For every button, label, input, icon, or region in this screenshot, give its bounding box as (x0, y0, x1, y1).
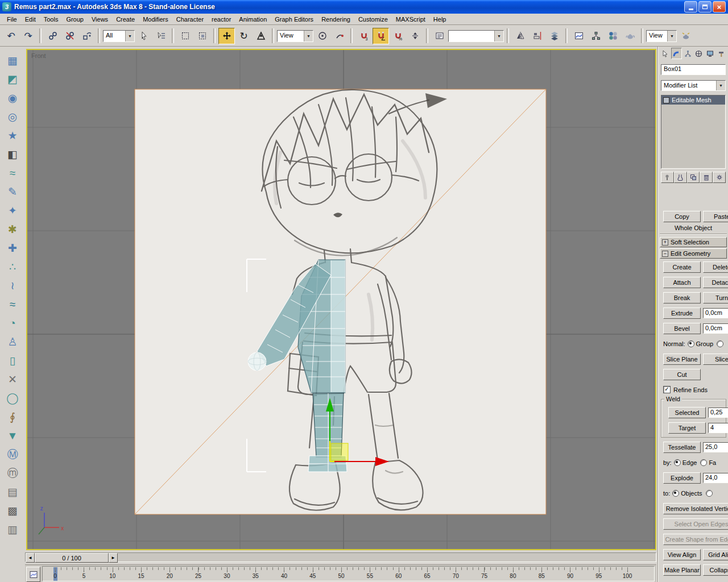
render-setup-button[interactable] (622, 28, 638, 44)
slice-button[interactable]: Slice (703, 354, 728, 365)
pin-stack-button[interactable] (661, 172, 674, 183)
minimize-button[interactable] (684, 1, 697, 13)
next-frame-button[interactable]: ► (109, 553, 118, 563)
chevron-down-icon[interactable]: ▼ (125, 31, 134, 41)
springs-icon[interactable]: ≈ (3, 165, 22, 181)
select-and-link-button[interactable] (44, 28, 61, 44)
cut-button[interactable]: Cut (663, 369, 701, 380)
snap-toggle-button[interactable]: 3 (355, 28, 372, 44)
menu-item[interactable]: Help (429, 15, 450, 24)
paste-named-selection-button[interactable]: Paste (703, 211, 728, 222)
align-button[interactable] (529, 28, 545, 44)
curve-editor-button[interactable] (570, 28, 587, 44)
quick-render-button[interactable] (677, 28, 694, 44)
time-slider-track[interactable] (25, 552, 656, 562)
barrel-icon[interactable]: ▯ (3, 352, 22, 369)
chevron-down-icon[interactable]: ▼ (304, 31, 313, 41)
panel-icon[interactable]: ▥ (3, 521, 22, 538)
viewport-front[interactable]: z x Front (26, 49, 656, 550)
tab-create[interactable] (660, 48, 671, 59)
remove-isolated-vertices-button[interactable]: Remove Isolated Vertices (663, 503, 728, 514)
unlink-selection-button[interactable] (61, 28, 78, 44)
cabinet-icon[interactable]: ▦ (3, 52, 22, 69)
menu-item[interactable]: Views (88, 15, 112, 24)
checker-icon[interactable]: ▩ (3, 502, 22, 519)
menu-item[interactable]: Rendering (317, 15, 354, 24)
spray-icon[interactable]: ∴ (3, 259, 22, 275)
metaball-gray-icon[interactable]: ⓜ (3, 465, 22, 481)
spark-icon[interactable]: ✦ (3, 202, 22, 219)
selection-filter-dropdown[interactable]: All▼ (103, 30, 135, 42)
configure-modifier-sets-button[interactable] (713, 172, 726, 183)
menu-item[interactable]: File (3, 15, 21, 24)
bevel-spinner[interactable]: 0,0cm (703, 323, 728, 334)
metaball-icon[interactable]: Ⓜ (3, 446, 22, 463)
menu-item[interactable]: Graph Editors (271, 15, 317, 24)
figure-icon[interactable]: ♙ (3, 334, 22, 350)
maximize-button[interactable] (698, 1, 712, 13)
menu-item[interactable]: Modifiers (139, 15, 172, 24)
break-button[interactable]: Break (663, 292, 701, 304)
collapse-button[interactable]: Collapse (703, 564, 728, 576)
explode-spinner[interactable]: 24,0 (703, 473, 728, 483)
menu-item[interactable]: MAXScript (392, 15, 429, 24)
menu-item[interactable]: Animation (235, 15, 271, 24)
named-selection-dropdown[interactable]: ▼ (448, 30, 504, 42)
edge-radio[interactable] (674, 459, 681, 466)
schematic-view-button[interactable] (588, 28, 604, 44)
mini-curve-editor-button[interactable] (26, 567, 40, 582)
bones-icon[interactable]: ✕ (3, 371, 22, 388)
close-button[interactable]: × (713, 1, 726, 13)
gizmo-xy-plane-handle[interactable] (331, 443, 348, 460)
ripple-icon[interactable]: ≈ (3, 296, 22, 313)
gradient-icon[interactable]: ◧ (3, 146, 22, 163)
lamp-icon[interactable]: ◎ (3, 109, 22, 125)
wave-icon[interactable]: ≀ (3, 277, 22, 294)
viewport-label[interactable]: Front (31, 52, 46, 59)
layer-manager-button[interactable] (546, 28, 562, 44)
menu-item[interactable]: Create (112, 15, 139, 24)
star-icon[interactable]: ★ (3, 127, 22, 144)
select-object-button[interactable] (135, 28, 152, 44)
select-and-scale-button[interactable] (253, 28, 269, 44)
tab-hierarchy[interactable] (682, 48, 693, 59)
window-crossing-button[interactable] (194, 28, 210, 44)
stack-icon[interactable]: ▤ (3, 484, 22, 500)
tessellate-spinner[interactable]: 25,0 (703, 442, 728, 452)
detach-button[interactable]: Detach (703, 277, 728, 288)
expand-icon[interactable]: + (662, 239, 668, 246)
mirror-button[interactable] (512, 28, 528, 44)
menu-item[interactable]: Tools (40, 15, 63, 24)
use-pivot-center-button[interactable] (314, 28, 330, 44)
material-editor-button[interactable] (605, 28, 621, 44)
modifier-list-dropdown[interactable]: Modifier List ▼ (661, 80, 726, 91)
undo-button[interactable]: ↶ (3, 28, 19, 44)
delete-button[interactable]: Delete (703, 261, 728, 273)
make-unique-button[interactable] (687, 172, 700, 183)
attach-button[interactable]: Attach (663, 277, 701, 288)
target-spinner[interactable]: 4 (708, 423, 728, 433)
objects-radio[interactable] (672, 490, 679, 497)
quarter-sphere-icon[interactable]: ◔ (3, 315, 22, 331)
track-bar[interactable]: 0510152025303540455055606570758085909510… (25, 564, 656, 582)
create-button[interactable]: Create (663, 261, 701, 273)
selected-spinner[interactable]: 0,25 (708, 408, 728, 418)
rollout-soft-selection[interactable]: + Soft Selection (660, 237, 727, 247)
sphere-icon[interactable]: ◉ (3, 90, 22, 106)
pencil-icon[interactable]: ✎ (3, 184, 22, 200)
object-name-field[interactable]: Box01 (661, 64, 726, 75)
previous-frame-button[interactable]: ◄ (26, 553, 35, 563)
select-and-rotate-button[interactable]: ↻ (235, 28, 252, 44)
refine-ends-checkbox[interactable]: ✓ (663, 386, 671, 393)
explode-button[interactable]: Explode (663, 472, 701, 484)
grid-align-button[interactable]: Grid Align (703, 549, 728, 560)
time-slider-thumb[interactable]: 0 / 100 (35, 553, 109, 563)
modifier-stack[interactable]: Editable Mesh (661, 95, 726, 169)
gear-icon[interactable]: ✱ (3, 221, 22, 238)
turn-button[interactable]: Turn (703, 292, 728, 304)
time-slider[interactable]: ◄ 0 / 100 ► (25, 551, 656, 563)
select-and-move-button[interactable] (218, 28, 235, 44)
menu-item[interactable]: Edit (21, 15, 40, 24)
reference-coordinate-dropdown[interactable]: View▼ (277, 30, 313, 42)
rectangular-selection-button[interactable] (177, 28, 193, 44)
